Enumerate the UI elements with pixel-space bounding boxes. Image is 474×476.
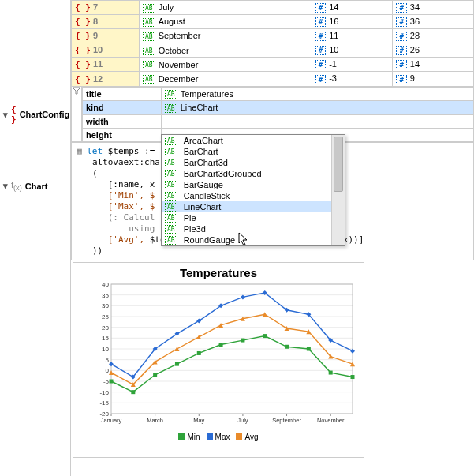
number-type-icon: #: [315, 32, 326, 41]
string-type-icon: AB: [165, 148, 177, 156]
dropdown-item[interactable]: ABPie3d: [162, 223, 331, 234]
dropdown-item[interactable]: ABBarGauge: [162, 179, 331, 190]
dropdown-item[interactable]: ABPie: [162, 212, 331, 223]
table-row[interactable]: { } 10ABOctober#10#26: [72, 43, 474, 58]
row-index-cell: { } 11: [72, 58, 140, 72]
string-type-icon: AB: [143, 61, 155, 69]
chart-legend: MinMaxAvg: [78, 433, 359, 442]
svg-text:November: November: [317, 417, 345, 424]
string-type-icon: AB: [165, 225, 177, 234]
string-type-icon: AB: [165, 159, 177, 167]
month-cell[interactable]: ABJuly: [140, 1, 312, 15]
min-cell[interactable]: #-3: [312, 72, 393, 86]
string-type-icon: AB: [165, 90, 177, 99]
scrollbar-thumb[interactable]: [334, 137, 343, 192]
svg-rect-46: [263, 334, 267, 338]
tree-chart[interactable]: ▾ f(x) Chart: [0, 178, 70, 193]
svg-text:March: March: [147, 417, 163, 424]
svg-rect-47: [285, 345, 289, 349]
table-row[interactable]: { } 7ABJuly#14#34: [72, 1, 474, 15]
svg-text:15: 15: [102, 335, 109, 342]
row-index-cell: { } 7: [72, 1, 140, 15]
max-cell[interactable]: #28: [393, 29, 474, 43]
month-cell[interactable]: ABDecember: [140, 72, 312, 86]
dropdown-scrollbar[interactable]: [331, 135, 345, 245]
table-row[interactable]: { } 11ABNovember#-1#14: [72, 58, 474, 72]
dropdown-item[interactable]: ABAreaChart: [162, 135, 331, 146]
dropdown-item[interactable]: ABCandleStick: [162, 190, 331, 201]
svg-text:July: July: [237, 417, 248, 424]
table-row[interactable]: { } 8ABAugust#16#36: [72, 15, 474, 29]
max-cell[interactable]: #34: [393, 1, 474, 15]
table-row[interactable]: { } 9ABSeptember#11#28: [72, 29, 474, 43]
dropdown-item[interactable]: ABLineChart: [162, 201, 331, 212]
number-type-icon: #: [315, 75, 326, 84]
config-row-width[interactable]: width: [83, 114, 474, 128]
svg-rect-41: [153, 373, 157, 377]
tree-chartconfig[interactable]: ▾ { } ChartConfig: [0, 103, 70, 126]
chart-plot: -20-15-10-50510152025303540JanuaryMarchM…: [89, 281, 357, 431]
max-cell[interactable]: #9: [393, 72, 474, 86]
string-type-icon: AB: [165, 104, 177, 113]
row-index-cell: { } 8: [72, 15, 140, 29]
svg-text:5: 5: [106, 356, 110, 363]
string-type-icon: AB: [165, 181, 177, 189]
svg-rect-44: [219, 343, 223, 347]
max-cell[interactable]: #14: [393, 58, 474, 72]
month-cell[interactable]: ABOctober: [140, 43, 312, 58]
number-type-icon: #: [315, 46, 326, 55]
svg-text:-5: -5: [103, 378, 110, 385]
string-type-icon: AB: [143, 18, 155, 27]
svg-text:-15: -15: [99, 399, 109, 407]
svg-rect-50: [351, 375, 355, 379]
svg-text:January: January: [101, 417, 122, 424]
legend-item: Min: [178, 433, 200, 441]
collapse-icon[interactable]: ▾: [3, 181, 8, 191]
number-type-icon: #: [396, 32, 406, 41]
legend-item: Max: [207, 433, 230, 441]
tree-column: ▾ { } ChartConfig ▾ f(x) Chart: [0, 0, 71, 476]
max-cell[interactable]: #26: [393, 43, 474, 58]
number-type-icon: #: [396, 60, 406, 69]
data-table: { } 7ABJuly#14#34{ } 8ABAugust#16#36{ } …: [71, 0, 474, 87]
config-row-kind[interactable]: kind ABLineChart: [83, 101, 474, 115]
chart-preview: Temperatures -20-15-10-50510152025303540…: [73, 262, 364, 458]
dropdown-item[interactable]: ABRoundGauge: [162, 234, 331, 245]
string-type-icon: AB: [143, 4, 155, 13]
kind-dropdown[interactable]: ABAreaChartABBarChartABBarChart3dABBarCh…: [161, 134, 345, 246]
dropdown-item[interactable]: ABBarChart: [162, 146, 331, 157]
string-type-icon: AB: [143, 75, 155, 84]
config-row-title[interactable]: title ABTemperatures: [83, 87, 474, 101]
row-index-cell: { } 9: [72, 29, 140, 43]
svg-text:0: 0: [106, 367, 110, 374]
filter-button[interactable]: [71, 87, 82, 142]
dropdown-item[interactable]: ABBarChart3d: [162, 157, 331, 168]
min-cell[interactable]: #-1: [312, 58, 393, 72]
svg-text:10: 10: [102, 346, 109, 353]
month-cell[interactable]: ABAugust: [140, 15, 312, 29]
max-cell[interactable]: #36: [393, 15, 474, 29]
string-type-icon: AB: [165, 236, 177, 245]
svg-rect-45: [241, 338, 244, 342]
legend-item: Avg: [236, 433, 258, 441]
dropdown-item[interactable]: ABBarChart3dGrouped: [162, 168, 331, 179]
svg-text:20: 20: [102, 324, 109, 331]
svg-rect-40: [131, 390, 135, 394]
object-icon: { }: [11, 104, 17, 125]
table-row[interactable]: { } 12ABDecember#-3#9: [72, 72, 474, 86]
string-type-icon: AB: [143, 32, 155, 41]
string-type-icon: AB: [165, 137, 177, 145]
month-cell[interactable]: ABSeptember: [140, 29, 312, 43]
number-type-icon: #: [315, 17, 326, 27]
min-cell[interactable]: #11: [312, 29, 393, 43]
month-cell[interactable]: ABNovember: [140, 58, 312, 72]
string-type-icon: AB: [165, 192, 177, 201]
string-type-icon: AB: [143, 47, 155, 55]
min-cell[interactable]: #10: [312, 43, 393, 58]
min-cell[interactable]: #16: [312, 15, 393, 29]
min-cell[interactable]: #14: [312, 1, 393, 15]
code-icon: ▦: [77, 146, 82, 156]
collapse-icon[interactable]: ▾: [3, 110, 8, 120]
chart-svg: -20-15-10-50510152025303540JanuaryMarchM…: [89, 281, 357, 431]
svg-text:40: 40: [102, 281, 109, 288]
